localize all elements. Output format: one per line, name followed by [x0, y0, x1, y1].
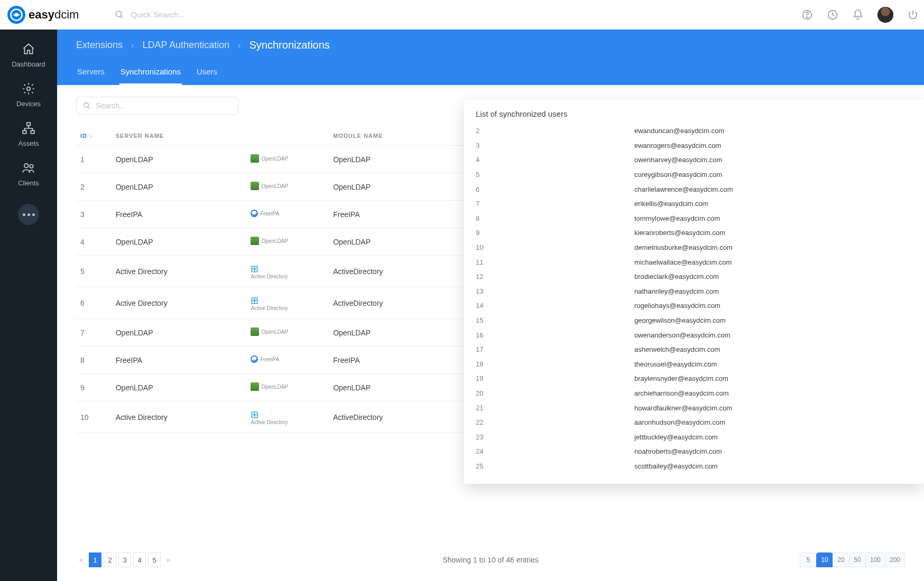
- tab-users[interactable]: Users: [196, 61, 218, 85]
- page-3[interactable]: 3: [118, 552, 131, 567]
- list-item: 16owenanderson@easydcim.com: [476, 327, 912, 342]
- user-index: 21: [476, 404, 634, 412]
- list-item: 9kieranroberts@easydcim.com: [476, 226, 912, 240]
- user-email: kieranroberts@easydcim.com: [634, 229, 725, 237]
- page-size-5[interactable]: 5: [800, 552, 817, 567]
- user-email: brodieclark@easydcim.com: [634, 273, 719, 280]
- page-4[interactable]: 4: [133, 552, 146, 567]
- cell-server-name: Active Directory: [112, 287, 247, 319]
- user-email: erikellis@easydcim.com: [634, 200, 708, 208]
- page-size-100[interactable]: 100: [865, 552, 885, 567]
- user-index: 20: [476, 389, 634, 397]
- page-2[interactable]: 2: [104, 552, 116, 567]
- list-item: 7erikellis@easydcim.com: [476, 196, 912, 211]
- gear-icon: [21, 82, 36, 97]
- user-email: braylensnyder@easydcim.com: [634, 374, 728, 382]
- quick-search[interactable]: [115, 10, 289, 20]
- sidebar-item-devices[interactable]: Devices: [0, 77, 57, 114]
- user-index: 23: [476, 433, 634, 441]
- search-icon: [83, 101, 91, 110]
- openldap-icon: [251, 382, 259, 391]
- page-next[interactable]: »: [163, 556, 173, 564]
- user-email: nathanriley@easydcim.com: [634, 287, 719, 295]
- user-email: ewanduncan@easydcim.com: [634, 127, 724, 135]
- user-index: 5: [476, 171, 634, 179]
- cell-id: 3: [76, 201, 112, 228]
- list-item: 12brodieclark@easydcim.com: [476, 269, 912, 284]
- cell-id: 1: [76, 146, 112, 173]
- user-email: asherwelch@easydcim.com: [634, 345, 720, 353]
- avatar[interactable]: [877, 7, 893, 23]
- list-item: 21howardfaulkner@easydcim.com: [476, 400, 912, 415]
- freeipa-icon: [251, 210, 258, 217]
- page-5[interactable]: 5: [148, 552, 161, 567]
- help-icon[interactable]: [801, 9, 813, 21]
- notifications-icon[interactable]: [852, 9, 864, 21]
- logo-text: easydcim: [29, 8, 79, 22]
- users-icon: [21, 161, 36, 176]
- sidebar-item-label: Clients: [18, 179, 39, 187]
- power-icon[interactable]: [907, 9, 919, 21]
- cell-server-name: OpenLDAP: [112, 228, 247, 256]
- cell-module-icon: ⊞Active Directory: [246, 287, 329, 319]
- svg-line-3: [121, 16, 123, 18]
- logo-icon: [7, 6, 25, 24]
- breadcrumb-ldap-auth[interactable]: LDAP Authentication: [142, 40, 229, 51]
- list-item: 18theorussel@easydcim.com: [476, 357, 912, 372]
- windows-icon: ⊞: [251, 263, 259, 271]
- user-email: tommylowe@easydcim.com: [634, 214, 720, 222]
- table-search-input[interactable]: [96, 101, 232, 110]
- svg-point-12: [30, 165, 33, 168]
- page-size-10[interactable]: 10: [816, 552, 833, 567]
- quick-search-input[interactable]: [131, 10, 289, 19]
- user-email: jettbuckley@easydcim.com: [634, 433, 718, 441]
- user-email: ewanrogers@easydcim.com: [634, 142, 721, 149]
- user-email: noahroberts@easydcim.com: [634, 447, 722, 455]
- breadcrumb-extensions[interactable]: Extensions: [76, 40, 123, 51]
- sidebar-item-dashboard[interactable]: Dashboard: [0, 37, 57, 74]
- list-item: 2ewanduncan@easydcim.com: [476, 124, 912, 138]
- user-email: georgewilson@easydcim.com: [634, 316, 726, 324]
- sidebar-item-clients[interactable]: Clients: [0, 156, 57, 193]
- list-item: 14rogeliohays@easydcim.com: [476, 298, 912, 313]
- sidebar-item-label: Devices: [16, 100, 41, 108]
- page-size-200[interactable]: 200: [885, 552, 905, 567]
- sort-down-icon: ↓: [89, 133, 93, 139]
- page-size-20[interactable]: 20: [833, 552, 849, 567]
- list-item: 13nathanriley@easydcim.com: [476, 284, 912, 299]
- cell-module-icon: ⊞Active Directory: [246, 401, 329, 433]
- synchronized-users-popover: List of synchronized users 2ewanduncan@e…: [464, 100, 924, 484]
- sidebar-item-label: Assets: [18, 139, 39, 147]
- logo[interactable]: easydcim: [7, 6, 79, 24]
- chevron-right-icon: ›: [238, 41, 241, 50]
- page-size-50[interactable]: 50: [849, 552, 866, 567]
- page-1[interactable]: 1: [89, 552, 101, 567]
- col-id[interactable]: ID ↓: [76, 126, 112, 146]
- col-module-name[interactable]: MODULE NAME: [329, 126, 464, 146]
- cell-id: 6: [76, 287, 112, 319]
- cell-module-name: OpenLDAP: [329, 319, 464, 346]
- home-icon: [21, 42, 36, 57]
- cell-server-name: OpenLDAP: [112, 173, 247, 201]
- user-email: theorussel@easydcim.com: [634, 360, 717, 368]
- cell-server-name: OpenLDAP: [112, 319, 247, 346]
- cell-module-name: OpenLDAP: [329, 374, 464, 401]
- list-item: 10demetriusburke@easydcim.com: [476, 240, 912, 255]
- windows-icon: ⊞: [251, 295, 259, 303]
- more-menu[interactable]: [18, 204, 39, 225]
- list-item: 15georgewilson@easydcim.com: [476, 313, 912, 328]
- user-index: 14: [476, 302, 634, 310]
- tab-synchronizations[interactable]: Synchronizations: [119, 61, 182, 85]
- sidebar-item-assets[interactable]: Assets: [0, 116, 57, 154]
- cell-server-name: OpenLDAP: [112, 374, 247, 401]
- list-item: 5coreygibson@easydcim.com: [476, 167, 912, 182]
- chevron-right-icon: ›: [131, 41, 134, 50]
- table-search[interactable]: [76, 97, 239, 115]
- user-index: 12: [476, 273, 634, 280]
- clock-icon[interactable]: [827, 9, 838, 21]
- cell-id: 10: [76, 401, 112, 433]
- user-index: 25: [476, 462, 634, 470]
- col-server-name[interactable]: SERVER NAME: [112, 126, 247, 146]
- page-prev[interactable]: «: [76, 556, 87, 564]
- tab-servers[interactable]: Servers: [76, 61, 106, 85]
